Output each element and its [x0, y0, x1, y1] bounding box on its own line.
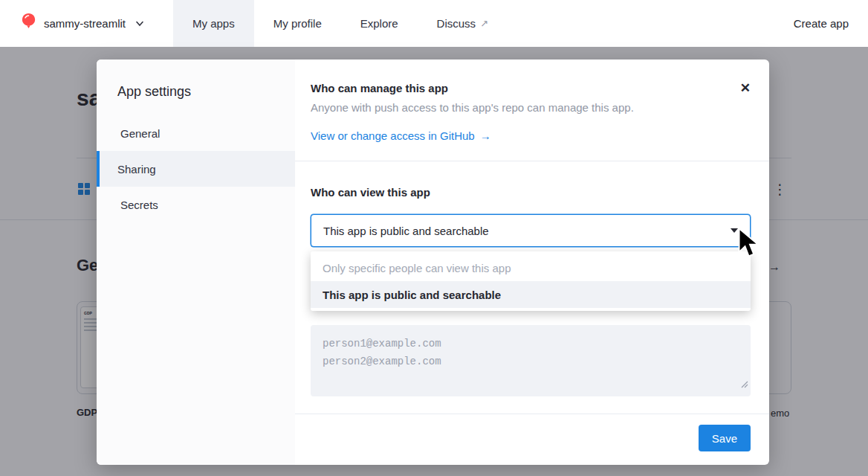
tab-discuss[interactable]: Discuss ↗: [418, 0, 508, 47]
create-app-button[interactable]: Create app: [774, 0, 868, 47]
chevron-down-icon: [133, 17, 143, 30]
settings-menu: General Sharing Secrets: [97, 115, 295, 222]
manage-section: Who can manage this app Anyone with push…: [295, 60, 769, 143]
sidebar-item-general-label: General: [120, 127, 160, 140]
create-app-label: Create app: [794, 17, 849, 30]
tab-my-profile[interactable]: My profile: [254, 0, 341, 47]
tab-my-apps[interactable]: My apps: [173, 0, 254, 47]
tab-explore[interactable]: Explore: [341, 0, 418, 47]
external-link-arrow-icon: ↗: [480, 18, 488, 29]
save-button[interactable]: Save: [699, 425, 751, 451]
email-placeholder-line: person2@example.com: [323, 353, 739, 370]
view-heading: Who can view this app: [311, 161, 751, 199]
caret-down-icon: [731, 228, 738, 233]
streamlit-balloon-logo-icon: [21, 13, 36, 34]
modal-footer: Save: [295, 414, 769, 462]
manage-description: Anyone with push access to this app's re…: [311, 101, 751, 114]
resize-handle-icon[interactable]: [741, 376, 748, 394]
sidebar-item-general[interactable]: General: [97, 115, 295, 151]
workspace-switcher[interactable]: sammy-streamlit: [0, 0, 163, 47]
option-public-searchable-label: This app is public and searchable: [323, 289, 501, 301]
email-placeholder-line: person1@example.com: [323, 335, 739, 353]
tab-my-profile-label: My profile: [273, 17, 322, 30]
sidebar-item-sharing-label: Sharing: [117, 163, 156, 176]
nav-tabs: My apps My profile Explore Discuss ↗: [173, 0, 508, 47]
visibility-select-wrap: This app is public and searchable Only s…: [311, 214, 751, 247]
sidebar-item-secrets[interactable]: Secrets: [97, 187, 295, 222]
github-access-link[interactable]: View or change access in GitHub →: [311, 129, 491, 142]
sidebar-item-secrets-label: Secrets: [120, 199, 158, 211]
app-settings-modal: App settings General Sharing Secrets ✕ W…: [97, 60, 769, 465]
sidebar-item-sharing[interactable]: Sharing: [97, 151, 295, 187]
visibility-select[interactable]: This app is public and searchable: [311, 214, 751, 247]
visibility-dropdown: Only specific people can view this app T…: [311, 251, 751, 311]
viewer-emails-textarea[interactable]: person1@example.com person2@example.com: [311, 325, 751, 396]
settings-content: ✕ Who can manage this app Anyone with pu…: [295, 60, 769, 465]
close-icon[interactable]: ✕: [740, 82, 751, 94]
view-section: Who can view this app This app is public…: [295, 161, 769, 396]
visibility-select-value: This app is public and searchable: [323, 225, 489, 237]
workspace-name: sammy-streamlit: [44, 17, 126, 30]
tab-discuss-label: Discuss: [437, 17, 476, 30]
tab-my-apps-label: My apps: [192, 17, 235, 30]
arrow-right-icon: →: [480, 129, 491, 142]
option-public-searchable[interactable]: This app is public and searchable: [311, 281, 751, 308]
option-specific-people-label: Only specific people can view this app: [323, 262, 511, 274]
github-access-link-label: View or change access in GitHub: [311, 129, 475, 142]
tab-explore-label: Explore: [360, 17, 398, 30]
settings-sidebar: App settings General Sharing Secrets: [97, 60, 295, 465]
option-specific-people[interactable]: Only specific people can view this app: [311, 254, 751, 281]
manage-heading: Who can manage this app: [311, 82, 751, 94]
settings-title: App settings: [97, 84, 295, 100]
top-navbar: sammy-streamlit My apps My profile Explo…: [0, 0, 868, 47]
